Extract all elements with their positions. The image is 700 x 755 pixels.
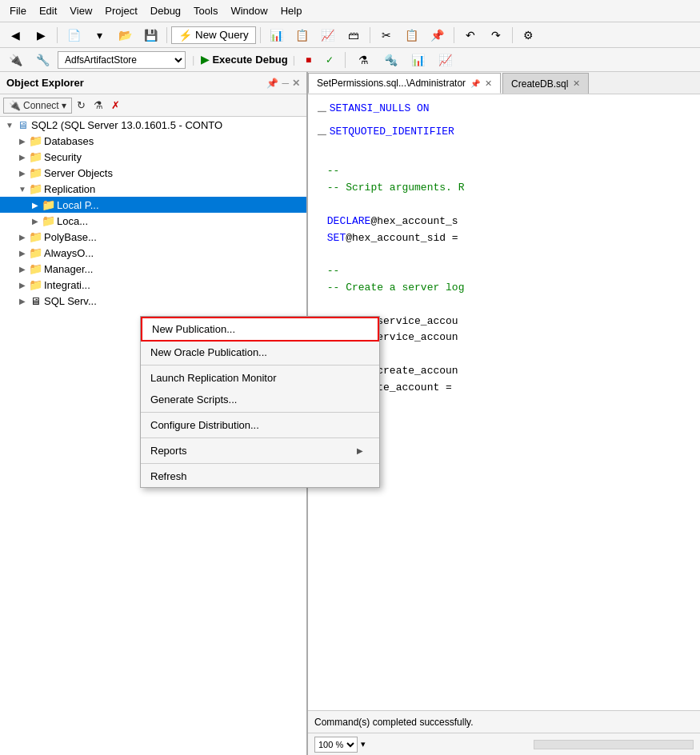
- debug-button[interactable]: Debug: [255, 54, 287, 66]
- ctx-generate-scripts[interactable]: Generate Scripts...: [141, 389, 379, 410]
- new-query-icon: ⚡: [178, 29, 192, 42]
- menu-window[interactable]: Window: [224, 2, 274, 20]
- menu-file[interactable]: File: [3, 2, 33, 20]
- object-explorer-header: Object Explorer 📌 ─ ✕: [0, 72, 306, 94]
- toolbar2-extra3[interactable]: 📊: [406, 50, 430, 70]
- toolbar-btn-extra1[interactable]: 📊: [265, 26, 289, 45]
- run-icon[interactable]: ▶: [201, 54, 209, 66]
- ctx-generate-scripts-label: Generate Scripts...: [150, 393, 237, 405]
- tree-item-alwayson[interactable]: ▶ 📁 AlwaysO...: [0, 245, 306, 261]
- database-selector[interactable]: AdfsArtifactStore: [58, 51, 186, 69]
- toolbar2-extra2-icon: 🔩: [384, 54, 397, 66]
- tab-createdb[interactable]: CreateDB.sql ✕: [502, 73, 589, 94]
- tree-item-databases[interactable]: ▶ 📁 Databases: [0, 133, 306, 149]
- toolbar-btn-extra3[interactable]: 📈: [316, 26, 340, 45]
- local-pub-folder-icon: 📁: [42, 198, 54, 211]
- toolbar2-extra1[interactable]: ⚗: [351, 50, 375, 70]
- ctx-launch-replication-monitor[interactable]: Launch Replication Monitor: [141, 367, 379, 389]
- separator1: [57, 27, 58, 43]
- separator5: [454, 27, 454, 43]
- tree-item-replication[interactable]: ▼ 📁 Replication: [0, 181, 306, 197]
- oe-disconnect-btn[interactable]: ✗: [108, 98, 123, 113]
- check-button[interactable]: ✓: [320, 51, 339, 69]
- oe-filter-btn[interactable]: ⚗: [90, 98, 106, 113]
- menu-debug[interactable]: Debug: [144, 2, 187, 20]
- ctx-configure-distribution[interactable]: Configure Distribution...: [141, 414, 379, 436]
- ctx-refresh-label: Refresh: [150, 470, 187, 482]
- local-sub-expander-icon: ▶: [29, 214, 42, 227]
- object-explorer-title: Object Explorer: [6, 77, 84, 89]
- zoom-selector[interactable]: 100 %: [314, 737, 358, 753]
- new-file-arrow[interactable]: ▾: [87, 26, 111, 45]
- stop-button[interactable]: ■: [300, 51, 317, 69]
- server-node[interactable]: ▼ 🖥 SQL2 (SQL Server 13.0.1601.5 - CONTO: [0, 117, 306, 133]
- menu-tools[interactable]: Tools: [187, 2, 224, 20]
- save-button[interactable]: 💾: [138, 26, 162, 45]
- tab-close-createdb[interactable]: ✕: [573, 78, 580, 89]
- sql-line-7: ─ DECLARE @hex_account_s: [318, 214, 690, 230]
- tree-item-security[interactable]: ▶ 📁 Security: [0, 149, 306, 165]
- cut-button[interactable]: ✂: [374, 26, 398, 45]
- management-expander-icon: ▶: [16, 262, 29, 275]
- tree-item-server-objects[interactable]: ▶ 📁 Server Objects: [0, 165, 306, 181]
- tab-set-permissions[interactable]: SetPermissions.sql...\Administrator 📌 ✕: [308, 73, 501, 94]
- polybase-label: PolyBase...: [44, 231, 97, 243]
- ctx-new-publication[interactable]: New Publication...: [141, 317, 379, 342]
- ctx-launch-replication-monitor-label: Launch Replication Monitor: [150, 372, 277, 384]
- settings-button[interactable]: ⚙: [517, 26, 541, 45]
- zoom-dropdown-icon[interactable]: ▾: [361, 739, 366, 749]
- toolbar-btn-extra4[interactable]: 🗃: [342, 26, 366, 45]
- back-button[interactable]: ◀: [3, 26, 27, 45]
- new-file-button[interactable]: 📄: [62, 26, 86, 45]
- ctx-reports[interactable]: Reports ▶: [141, 440, 379, 461]
- toolbar-btn-extra2[interactable]: 📋: [290, 26, 314, 45]
- ctx-refresh[interactable]: Refresh: [141, 465, 379, 487]
- tree-item-local-subscriptions[interactable]: ▶ 📁 Loca...: [0, 213, 306, 229]
- forward-button[interactable]: ▶: [29, 26, 53, 45]
- tree-item-polybase[interactable]: ▶ 📁 PolyBase...: [0, 229, 306, 245]
- execute-button[interactable]: Execute: [212, 54, 252, 66]
- horizontal-scrollbar[interactable]: [534, 740, 694, 749]
- redo-button[interactable]: ↷: [484, 26, 508, 45]
- menu-project[interactable]: Project: [98, 2, 143, 20]
- menu-view[interactable]: View: [63, 2, 98, 20]
- toolbar2-extra4[interactable]: 📈: [433, 50, 457, 70]
- toolbar2-extra2[interactable]: 🔩: [378, 50, 402, 70]
- collapse-btn-2[interactable]: ─: [318, 124, 326, 147]
- menu-edit[interactable]: Edit: [33, 2, 63, 20]
- paste-button[interactable]: 📌: [426, 26, 450, 45]
- ctx-new-oracle-publication[interactable]: New Oracle Publication...: [141, 342, 379, 363]
- oe-refresh-icon: ↻: [77, 99, 86, 111]
- local-pub-label: Local P...: [57, 199, 99, 211]
- connect-db-icon: 🔌: [9, 100, 21, 111]
- paste-icon: 📌: [431, 29, 444, 42]
- open-file-button[interactable]: 📂: [113, 26, 137, 45]
- server-objects-folder-icon: 📁: [29, 166, 42, 179]
- menu-help[interactable]: Help: [274, 2, 309, 20]
- tree-item-management[interactable]: ▶ 📁 Manager...: [0, 261, 306, 277]
- collapse-btn-1[interactable]: ─: [318, 101, 326, 124]
- tree-item-local-publications[interactable]: ▶ 📁 Local P...: [0, 197, 306, 213]
- oe-close-icon[interactable]: ✕: [292, 78, 300, 89]
- server-expander-icon: ▼: [3, 118, 16, 131]
- copy-button[interactable]: 📋: [400, 26, 424, 45]
- menu-bar: File Edit View Project Debug Tools Windo…: [0, 0, 700, 22]
- server-objects-expander-icon: ▶: [16, 166, 29, 179]
- toolbar2-btn1[interactable]: 🔌: [3, 50, 27, 70]
- ctx-separator2: [141, 412, 379, 413]
- tree-item-sql-agent[interactable]: ▶ 🖥 SQL Serv...: [0, 293, 306, 309]
- separator7: [345, 52, 346, 68]
- connect-button[interactable]: 🔌 Connect ▾: [3, 98, 72, 114]
- oe-refresh-btn[interactable]: ↻: [74, 98, 89, 113]
- undo-button[interactable]: ↶: [458, 26, 482, 45]
- oe-minimize-icon[interactable]: ─: [282, 78, 289, 89]
- replication-label: Replication: [44, 183, 95, 195]
- main-area: Object Explorer 📌 ─ ✕ 🔌 Connect ▾ ↻ ⚗ ✗: [0, 72, 700, 755]
- sql-line-11: ─ -- Create a server log: [318, 280, 690, 297]
- toolbar2-btn2[interactable]: 🔧: [30, 50, 54, 70]
- tree-item-integration[interactable]: ▶ 📁 Integrati...: [0, 277, 306, 293]
- table-icon: 🗃: [347, 29, 360, 42]
- polybase-expander-icon: ▶: [16, 230, 29, 243]
- new-query-button[interactable]: ⚡ New Query: [171, 26, 256, 44]
- tab-close-setpermissions[interactable]: ✕: [485, 78, 492, 89]
